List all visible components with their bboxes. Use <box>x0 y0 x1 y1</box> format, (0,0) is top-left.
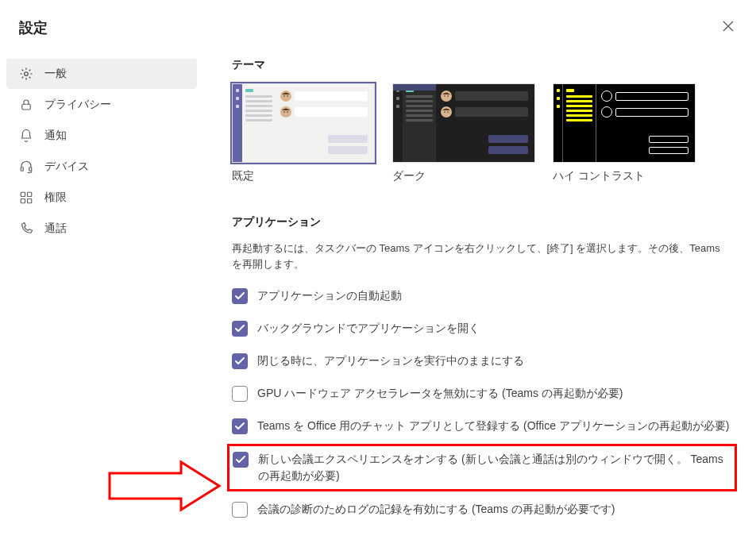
theme-label: ダーク <box>392 169 535 183</box>
checkbox-label: バックグラウンドでアプリケーションを開く <box>257 320 480 337</box>
svg-point-13 <box>287 111 288 113</box>
svg-rect-2 <box>21 168 23 171</box>
checkbox-label: GPU ハードウェア アクセラレータを無効にする (Teams の再起動が必要) <box>257 385 623 402</box>
theme-option-dark[interactable]: ダーク <box>392 83 535 183</box>
svg-point-10 <box>287 95 288 97</box>
checkbox-row-register_office: Teams を Office 用のチャット アプリとして登録する (Office… <box>232 416 732 436</box>
sidebar: 一般プライバシー通知デバイス権限通話 <box>6 48 197 532</box>
checkbox-label: 閉じる時に、アプリケーションを実行中のままにする <box>257 353 524 369</box>
sidebar-item-label: プライバシー <box>44 98 111 112</box>
phone-icon <box>19 222 33 236</box>
svg-point-9 <box>284 95 285 97</box>
theme-option-highcontrast[interactable]: ハイ コントラスト <box>553 83 696 183</box>
main-panel: テーマ 既定ダークハイ コントラスト アプリケーション 再起動するには、タスクバ… <box>197 48 756 532</box>
checkbox-diagnostic_log[interactable] <box>232 502 248 518</box>
theme-option-default[interactable]: 既定 <box>232 83 375 183</box>
application-checkbox-list: アプリケーションの自動起動バックグラウンドでアプリケーションを開く閉じる時に、ア… <box>232 286 732 519</box>
theme-label: ハイ コントラスト <box>553 169 696 183</box>
svg-point-14 <box>441 91 452 102</box>
lock-icon <box>19 98 33 112</box>
svg-point-12 <box>284 111 285 113</box>
annotation-highlight-box: 新しい会議エクスペリエンスをオンする (新しい会議と通話は別のウィンドウで開く。… <box>227 444 737 491</box>
checkbox-register_office[interactable] <box>232 418 248 434</box>
svg-point-18 <box>444 111 446 113</box>
svg-rect-7 <box>28 199 32 203</box>
checkbox-open_background[interactable] <box>232 321 248 337</box>
checkbox-row-new_meeting_experience: 新しい会議エクスペリエンスをオンする (新しい会議と通話は別のウィンドウで開く。… <box>233 449 731 486</box>
checkbox-row-diagnostic_log: 会議の診断のためログの記録を有効にする (Teams の再起動が必要です) <box>232 499 732 519</box>
checkbox-keep_running[interactable] <box>232 353 248 369</box>
application-section-title: アプリケーション <box>232 215 732 229</box>
close-button[interactable] <box>719 16 737 39</box>
svg-point-11 <box>280 106 291 118</box>
sidebar-item-permissions[interactable]: 権限 <box>6 183 197 213</box>
checkbox-row-disable_gpu: GPU ハードウェア アクセラレータを無効にする (Teams の再起動が必要) <box>232 383 732 403</box>
sidebar-item-privacy[interactable]: プライバシー <box>6 90 197 120</box>
theme-preview <box>232 83 375 163</box>
svg-point-16 <box>447 95 449 97</box>
sidebar-item-label: デバイス <box>44 160 89 174</box>
checkbox-label: アプリケーションの自動起動 <box>257 287 402 304</box>
headset-icon <box>19 160 33 174</box>
svg-point-19 <box>447 111 449 113</box>
theme-label: 既定 <box>232 169 375 183</box>
svg-rect-4 <box>21 192 25 196</box>
theme-row: 既定ダークハイ コントラスト <box>232 83 732 183</box>
svg-point-0 <box>25 72 29 76</box>
checkbox-label: 会議の診断のためログの記録を有効にする (Teams の再起動が必要です) <box>257 501 615 518</box>
svg-rect-5 <box>28 192 32 196</box>
svg-rect-1 <box>22 104 31 110</box>
application-description: 再起動するには、タスクバーの Teams アイコンを右クリックして、[終了] を… <box>232 241 732 272</box>
sidebar-item-general[interactable]: 一般 <box>6 59 197 89</box>
theme-section-title: テーマ <box>232 58 732 72</box>
checkbox-new_meeting_experience[interactable] <box>233 452 249 468</box>
page-title: 設定 <box>19 18 48 37</box>
sidebar-item-label: 権限 <box>44 191 67 205</box>
checkbox-row-auto_start: アプリケーションの自動起動 <box>232 286 732 306</box>
sidebar-item-label: 一般 <box>44 67 67 81</box>
svg-rect-6 <box>21 199 25 203</box>
gear-icon <box>19 67 33 81</box>
checkbox-disable_gpu[interactable] <box>232 386 248 402</box>
svg-point-15 <box>444 95 446 97</box>
sidebar-item-notifications[interactable]: 通知 <box>6 121 197 151</box>
theme-preview <box>553 83 696 163</box>
checkbox-row-open_background: バックグラウンドでアプリケーションを開く <box>232 318 732 338</box>
apps-icon <box>19 191 33 205</box>
svg-point-8 <box>280 91 291 102</box>
sidebar-item-label: 通知 <box>44 129 67 143</box>
theme-preview <box>392 83 535 163</box>
checkbox-row-keep_running: 閉じる時に、アプリケーションを実行中のままにする <box>232 351 732 371</box>
svg-rect-3 <box>29 168 32 171</box>
checkbox-auto_start[interactable] <box>232 288 248 304</box>
checkbox-label: 新しい会議エクスペリエンスをオンする (新しい会議と通話は別のウィンドウで開く。… <box>258 451 731 484</box>
svg-point-17 <box>441 106 452 118</box>
sidebar-item-devices[interactable]: デバイス <box>6 152 197 182</box>
sidebar-item-calls[interactable]: 通話 <box>6 214 197 244</box>
close-icon <box>723 19 734 35</box>
checkbox-label: Teams を Office 用のチャット アプリとして登録する (Office… <box>257 418 730 434</box>
bell-icon <box>19 129 33 143</box>
sidebar-item-label: 通話 <box>44 222 67 236</box>
